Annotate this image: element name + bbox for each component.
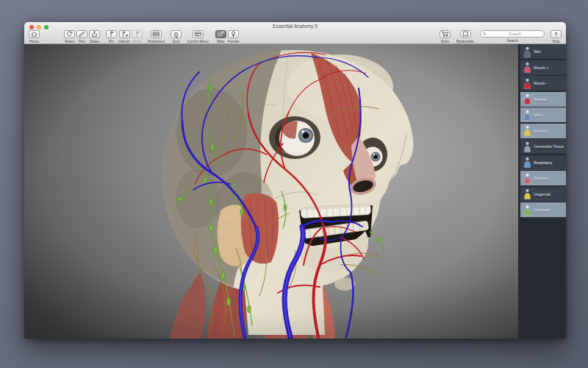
control-menu-icon [193, 30, 204, 38]
toolbar-button-store[interactable]: Store [440, 30, 451, 43]
toolbar-button-help[interactable]: ? Help [551, 30, 562, 43]
urogenital-figure-icon [523, 188, 531, 199]
sidebar-item-digestive[interactable]: Digestive [520, 171, 566, 185]
search-icon [483, 32, 487, 36]
toolbar-button-pin[interactable]: Pin [106, 30, 117, 43]
bookmarks-icon [460, 30, 471, 38]
toolbar-button-home[interactable]: Home [29, 30, 40, 43]
anatomy-3d-viewport[interactable] [24, 44, 518, 339]
home-icon [29, 30, 40, 38]
systems-sidebar: Skin Muscle + Muscle - Arteries Veins Ne [518, 44, 566, 339]
toolbar-button-male[interactable]: Male [215, 30, 226, 43]
quiz-icon: Q [171, 30, 182, 38]
share-icon [89, 30, 100, 38]
veins-figure-icon [523, 110, 531, 121]
sidebar-item-nervous[interactable]: Nervous [520, 124, 566, 138]
move-icon [132, 30, 143, 38]
skin-figure-icon [523, 46, 531, 57]
muscle-plus-figure-icon [523, 62, 531, 73]
toolbar-button-multiselect[interactable]: Multiselect [148, 30, 165, 43]
titlebar: Essential Anatomy 5 [24, 22, 566, 29]
digestive-figure-icon [523, 173, 531, 184]
lymphatic-figure-icon [523, 205, 531, 216]
search-field-group: Search [480, 30, 545, 43]
reset-icon [64, 30, 75, 38]
pin-icon [106, 30, 117, 38]
female-icon [228, 30, 239, 38]
sidebar-item-muscle-plus[interactable]: Muscle + [520, 60, 566, 75]
multiselect-icon [151, 30, 162, 38]
toolbar-button-control-menu[interactable]: Control Menu [187, 30, 209, 43]
sidebar-item-skin[interactable]: Skin [520, 44, 566, 59]
window-header: Essential Anatomy 5 Home Reset Pen [24, 22, 566, 44]
toolbar-button-pen[interactable]: Pen [76, 30, 87, 43]
toolbar-button-female[interactable]: Female [228, 30, 240, 43]
anatomy-model [24, 44, 518, 339]
window-title: Essential Anatomy 5 [24, 24, 566, 29]
add-pin-icon [119, 30, 130, 38]
search-label: Search [506, 39, 517, 43]
app-window: Essential Anatomy 5 Home Reset Pen [24, 22, 566, 339]
sidebar-item-respiratory[interactable]: Respiratory [520, 155, 566, 170]
help-icon: ? [551, 30, 562, 38]
muscle-minus-figure-icon [523, 78, 531, 89]
toolbar-button-share[interactable]: Share [89, 30, 100, 43]
toolbar: Home Reset Pen Share [24, 29, 566, 43]
pen-icon [76, 30, 87, 38]
store-cart-icon [440, 30, 451, 38]
male-icon [215, 30, 226, 38]
toolbar-button-move[interactable]: Move [132, 30, 143, 43]
toolbar-button-add-pin[interactable]: Add pin [118, 30, 130, 43]
toolbar-button-bookmarks[interactable]: Bookmarks [456, 30, 474, 43]
sidebar-item-urogenital[interactable]: Urogenital [520, 187, 566, 202]
sidebar-item-arteries[interactable]: Arteries [520, 92, 566, 107]
sidebar-item-connective-tissue[interactable]: Connective Tissue [520, 139, 566, 154]
search-input[interactable] [488, 32, 542, 36]
respiratory-figure-icon [523, 157, 531, 168]
toolbar-button-reset[interactable]: Reset [64, 30, 75, 43]
sidebar-item-lymphatic[interactable]: Lymphatic [520, 202, 566, 217]
sidebar-item-veins[interactable]: Veins [520, 107, 566, 122]
sidebar-item-muscle-minus[interactable]: Muscle - [520, 76, 566, 91]
toolbar-button-quiz[interactable]: Q Quiz [171, 30, 182, 43]
nervous-figure-icon [523, 125, 531, 136]
arteries-figure-icon [523, 93, 531, 105]
connective-tissue-figure-icon [523, 141, 531, 152]
